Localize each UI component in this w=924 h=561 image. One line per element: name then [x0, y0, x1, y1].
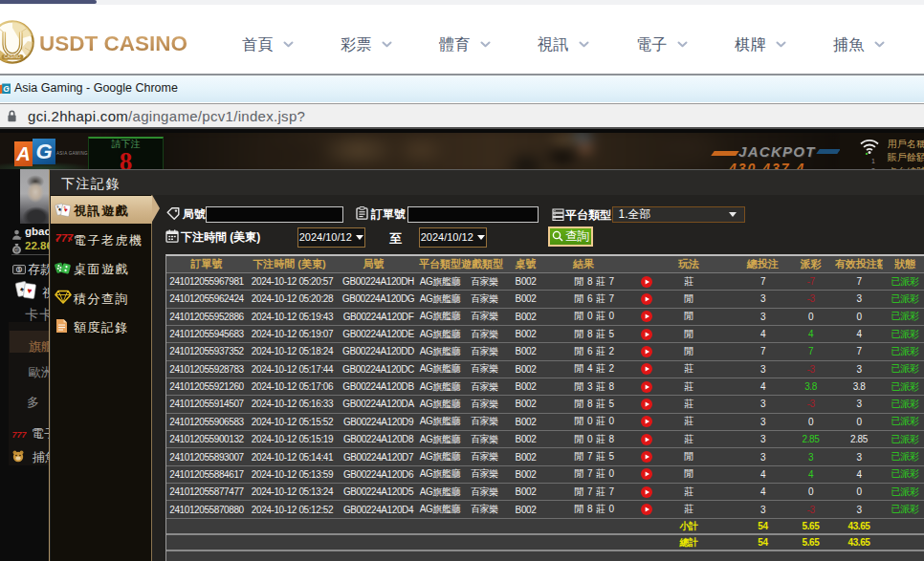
svg-text:CASINO: CASINO: [4, 54, 21, 59]
svg-text:$: $: [17, 267, 20, 272]
svg-text:777: 777: [55, 232, 74, 244]
svg-text:G: G: [3, 84, 10, 94]
svg-text:777: 777: [11, 430, 27, 440]
